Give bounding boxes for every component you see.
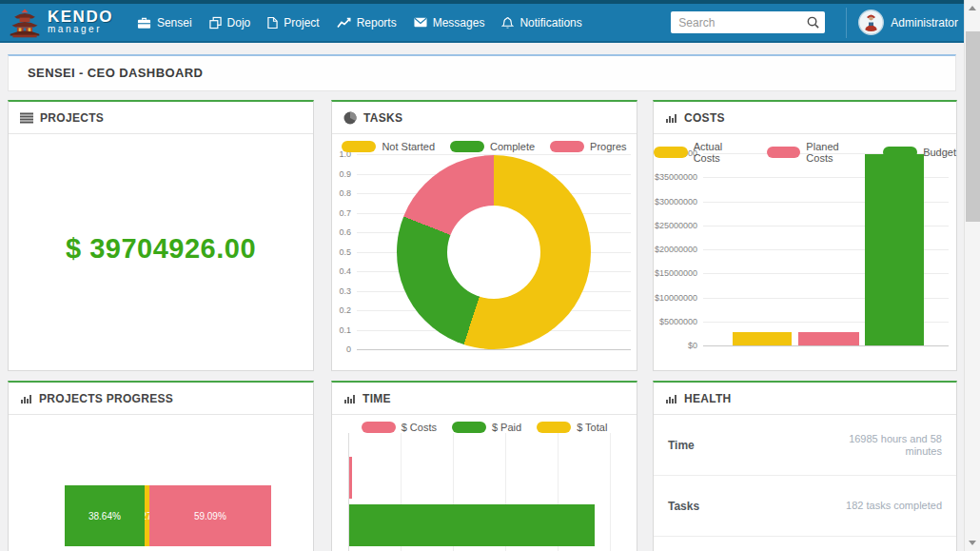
- scrollbar-down-button[interactable]: [965, 535, 980, 551]
- health-row: Tasks 182 tasks completed: [654, 476, 956, 537]
- brand-title: KENDO: [48, 10, 113, 23]
- tasks-legend: Not StartedCompleteProgres: [332, 141, 637, 152]
- health-card: HEALTH Time 16985 hours and 58 minutes T…: [653, 381, 957, 551]
- avatar: [858, 10, 884, 35]
- nav-item-sensei[interactable]: Sensei: [128, 4, 201, 41]
- projects-amount: $ 39704926.00: [9, 134, 313, 363]
- legend-item-budget[interactable]: Budget: [883, 147, 956, 158]
- copy-icon: [209, 16, 222, 30]
- legend-item-planed-costs[interactable]: Planed Costs: [767, 141, 868, 164]
- nav-item-label: Project: [284, 16, 319, 30]
- y-axis-tick: $5000000: [654, 317, 697, 326]
- health-row-label: Tasks: [668, 500, 699, 513]
- time-card: TIME $ Costs$ Paid$ Total: [331, 381, 637, 551]
- user-menu[interactable]: Administrator: [858, 10, 964, 35]
- brand-logo[interactable]: KENDO manager: [0, 8, 123, 38]
- bar-chart-icon: [665, 393, 677, 404]
- legend-label: $ Costs: [402, 422, 437, 433]
- user-name: Administrator: [891, 16, 958, 30]
- briefcase-icon: [137, 16, 151, 30]
- nav-item-project[interactable]: Project: [259, 4, 327, 41]
- nav-item-notifications[interactable]: Notifications: [493, 4, 590, 41]
- nav-item-label: Sensei: [157, 16, 192, 30]
- progress-segment-38-64pct[interactable]: 38.64%: [65, 485, 145, 546]
- projects-card: PROJECTS $ 39704926.00: [8, 100, 314, 371]
- y-axis-tick: $15000000: [654, 268, 697, 278]
- y-axis-tick: 0.3: [332, 286, 351, 296]
- bell-icon: [501, 16, 514, 30]
- nav-item-label: Notifications: [519, 16, 581, 30]
- legend-label: $ Paid: [492, 422, 521, 433]
- y-axis-tick: 0.5: [332, 247, 351, 257]
- health-row-value: 182 tasks completed: [846, 500, 942, 512]
- legend-swatch: [450, 141, 484, 152]
- health-row-label: Time: [668, 439, 695, 452]
- time-bar-costs[interactable]: [349, 457, 352, 499]
- costs-bar-actual-costs[interactable]: [733, 332, 792, 345]
- time-chart: [332, 433, 637, 551]
- costs-bar-budget[interactable]: [865, 154, 924, 345]
- legend-label: Complete: [490, 141, 535, 152]
- search-icon[interactable]: [806, 15, 820, 30]
- legend-label: $ Total: [577, 422, 607, 433]
- gridline: [357, 349, 631, 350]
- y-axis-tick: 0.9: [332, 169, 351, 179]
- legend-item-progres[interactable]: Progres: [550, 141, 627, 152]
- tasks-card: TASKS Not StartedCompleteProgres 1.00.90…: [331, 100, 637, 371]
- y-axis-tick: 0.7: [332, 208, 351, 218]
- legend-label: Planed Costs: [806, 141, 868, 164]
- legend-swatch: [342, 141, 376, 152]
- app-window: KENDO manager Sensei Dojo Pr: [0, 0, 980, 551]
- brand-subtitle: manager: [48, 23, 113, 35]
- legend-item-costs[interactable]: $ Costs: [362, 422, 437, 433]
- nav-item-reports[interactable]: Reports: [328, 4, 405, 41]
- health-row-value: 16985 hours and 58 minutes: [818, 433, 942, 458]
- search-box: [671, 11, 825, 33]
- gridline: [610, 433, 611, 551]
- card-title: HEALTH: [684, 392, 732, 405]
- nav-item-messages[interactable]: Messages: [405, 4, 494, 41]
- search-input[interactable]: [671, 11, 825, 33]
- legend-label: Progres: [590, 141, 627, 152]
- y-axis-tick: 0.6: [332, 227, 351, 237]
- y-axis-tick: $35000000: [654, 172, 697, 182]
- legend-item-actual-costs[interactable]: Actual Costs: [654, 141, 752, 164]
- y-axis-tick: 0.4: [332, 266, 351, 276]
- costs-bar-planed-costs[interactable]: [798, 332, 859, 345]
- y-axis-tick: $0: [654, 341, 697, 350]
- y-axis-tick: $20000000: [654, 245, 697, 254]
- page-title: SENSEI - CEO DASHBOARD: [9, 56, 955, 89]
- legend-swatch: [767, 147, 801, 158]
- page-title-panel: SENSEI - CEO DASHBOARD: [8, 54, 956, 91]
- gridline: [703, 345, 949, 346]
- scrollbar: [964, 0, 980, 551]
- legend-label: Actual Costs: [694, 141, 752, 164]
- card-title: COSTS: [684, 111, 725, 125]
- legend-item-complete[interactable]: Complete: [450, 141, 535, 152]
- y-axis-tick: 0.1: [332, 325, 351, 335]
- nav-item-dojo[interactable]: Dojo: [201, 4, 260, 41]
- tasks-donut-chart[interactable]: [397, 155, 591, 349]
- scrollbar-thumb[interactable]: [966, 31, 980, 222]
- nav-item-label: Messages: [433, 16, 485, 30]
- projects-progress-card: PROJECTS PROGRESS 38.64%2.27%59.09%: [8, 381, 314, 551]
- nav-item-label: Reports: [357, 16, 397, 30]
- pie-chart-icon: [343, 111, 357, 125]
- time-bar-paid[interactable]: [349, 504, 595, 546]
- progress-segment-label: 38.64%: [88, 511, 121, 521]
- y-axis-tick: $30000000: [654, 197, 697, 207]
- y-axis-tick: 0.2: [332, 305, 351, 315]
- legend-item-paid[interactable]: $ Paid: [452, 422, 521, 433]
- legend-item-not-started[interactable]: Not Started: [342, 141, 435, 152]
- nav-item-label: Dojo: [227, 16, 251, 30]
- y-axis-tick: 0.8: [332, 188, 351, 198]
- scrollbar-up-button[interactable]: [965, 0, 980, 16]
- health-card-header: HEALTH: [654, 383, 956, 415]
- y-axis-tick: 0: [332, 344, 351, 354]
- progress-segment-59-09pct[interactable]: 59.09%: [149, 485, 271, 546]
- costs-chart: $40000000$35000000$30000000$25000000$200…: [654, 153, 956, 346]
- line-chart-icon: [337, 17, 351, 29]
- legend-swatch: [452, 422, 486, 433]
- legend-item-total[interactable]: $ Total: [537, 422, 607, 433]
- legend-swatch: [654, 147, 688, 158]
